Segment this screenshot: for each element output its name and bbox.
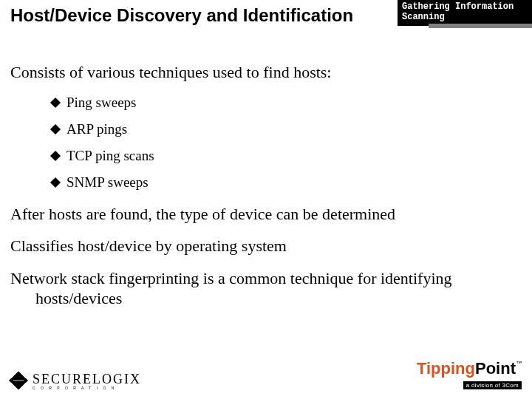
list-item-label: Ping sweeps [66, 95, 136, 111]
slide-body: Consists of various techniques used to f… [10, 62, 522, 321]
tippingpoint-logo: TippingPoint™ a division of 3Com [417, 361, 522, 390]
diamond-bullet-icon [50, 123, 61, 134]
topic-line1: Gathering Information [402, 1, 528, 12]
topic-line2: Scanning [402, 12, 528, 22]
list-item-label: ARP pings [66, 121, 127, 137]
securelogix-logo: SECURELOGIX C O R P O R A T I O N [7, 369, 141, 392]
securelogix-mark-icon [7, 369, 30, 392]
intro-text: Consists of various techniques used to f… [10, 62, 522, 83]
diamond-bullet-icon [50, 150, 61, 160]
slide-title: Host/Device Discovery and Identification [10, 4, 365, 27]
paragraph: Network stack fingerprinting is a common… [10, 268, 522, 309]
list-item: ARP pings [52, 121, 522, 137]
list-item-label: SNMP sweeps [66, 174, 149, 191]
topic-tab-underline [429, 24, 532, 28]
paragraph: Classifies host/device by operating syst… [10, 236, 522, 256]
tippingpoint-text: TippingPoint™ [417, 361, 522, 377]
topic-tab: Gathering Information Scanning [398, 0, 532, 26]
paragraph: After hosts are found, the type of devic… [10, 204, 522, 225]
bullet-list: Ping sweeps ARP pings TCP ping scans SNM… [52, 95, 522, 191]
list-item: Ping sweeps [52, 95, 522, 111]
list-item: TCP ping scans [52, 148, 522, 164]
list-item-label: TCP ping scans [66, 148, 154, 164]
securelogix-text: SECURELOGIX C O R P O R A T I O N [33, 372, 141, 390]
list-item: SNMP sweeps [52, 174, 522, 191]
tippingpoint-subtext: a division of 3Com [417, 377, 522, 390]
diamond-bullet-icon [50, 97, 61, 107]
diamond-bullet-icon [50, 177, 61, 187]
